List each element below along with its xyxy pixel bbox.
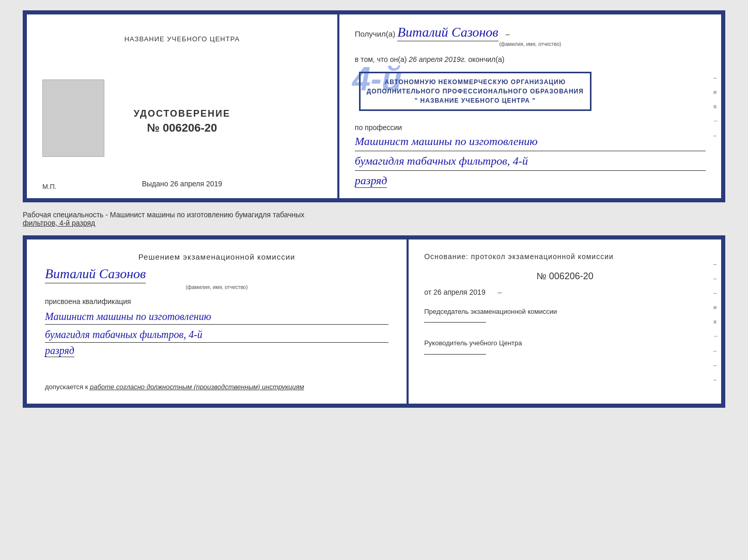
mp-label: М.П. bbox=[42, 183, 56, 190]
rukovoditel-sig-line bbox=[424, 354, 486, 355]
bot-num-prefix: № bbox=[536, 271, 546, 281]
bot-profession-line1: Машинист машины по изготовлению bbox=[45, 309, 388, 325]
osnование-title: Основание: протокол экзаменационной коми… bbox=[424, 252, 706, 261]
chairman-label: Председатель экзаменационной комиссии bbox=[424, 308, 557, 315]
chairman-block: Председатель экзаменационной комиссии bbox=[424, 307, 706, 323]
stamp-block: 4-й АВТОНОМНУЮ НЕКОММЕРЧЕСКУЮ ОРГАНИЗАЦИ… bbox=[355, 68, 706, 115]
issued-line: Выдано 26 апреля 2019 bbox=[142, 180, 223, 188]
center-title: НАЗВАНИЕ УЧЕБНОГО ЦЕНТРА bbox=[124, 35, 240, 43]
razryad: разряд bbox=[355, 174, 387, 188]
resheniem-title: Решением экзаменационной комиссии bbox=[45, 252, 388, 261]
cert-number: № 006206-20 bbox=[147, 121, 217, 135]
big-number-overlay: 4-й bbox=[352, 62, 402, 95]
bot-left-panel: Решением экзаменационной комиссии Витали… bbox=[27, 239, 409, 404]
chairman-sig-line bbox=[424, 322, 486, 323]
okonchil-label: окончил(а) bbox=[468, 55, 504, 63]
ot-prefix: от bbox=[424, 288, 431, 296]
fio-label: (фамилия, имя, отчество) bbox=[355, 41, 706, 47]
cert-right-panel: Получил(а) Виталий Сазонов – (фамилия, и… bbox=[339, 14, 721, 198]
rukovoditel-block: Руководитель учебного Центра bbox=[424, 338, 706, 355]
bot-razryad: разряд bbox=[45, 345, 74, 357]
cert-left-panel: НАЗВАНИЕ УЧЕБНОГО ЦЕНТРА УДОСТОВЕРЕНИЕ №… bbox=[27, 14, 339, 198]
date-value: 26 апреля 2019г. bbox=[409, 55, 466, 63]
received-line: Получил(а) Виталий Сазонов – (фамилия, и… bbox=[355, 25, 706, 47]
profession-line2: бумагидля табачных фильтров, 4-й bbox=[355, 153, 706, 171]
ot-line: от 26 апреля 2019 – bbox=[424, 288, 706, 296]
prisvoena-label: присвоена квалификация bbox=[45, 297, 388, 306]
number-prefix: № bbox=[147, 121, 160, 134]
received-name: Виталий Сазонов bbox=[397, 25, 498, 41]
rukovoditel-label: Руководитель учебного Центра bbox=[424, 339, 522, 347]
bot-fio-label: (фамилия, имя, отчество) bbox=[45, 284, 388, 290]
dopusk-text: работе согласно должностным (производств… bbox=[90, 383, 304, 391]
issued-label: Выдано bbox=[142, 180, 168, 188]
photo-placeholder bbox=[42, 79, 104, 157]
certificate-bottom: Решением экзаменационной комиссии Витали… bbox=[23, 235, 725, 408]
side-chars: – и я ← – bbox=[713, 14, 719, 198]
po-professii: по профессии bbox=[355, 123, 706, 132]
udostoverenie-label: УДОСТОВЕРЕНИЕ bbox=[134, 108, 230, 119]
profession-line1: Машинист машины по изготовлению bbox=[355, 134, 706, 151]
bottom-label: Рабочая специальность - Машинист машины … bbox=[23, 209, 725, 229]
number-value: 006206-20 bbox=[163, 121, 217, 134]
protocol-num: № 006206-20 bbox=[424, 271, 706, 282]
bot-num-value: 006206-20 bbox=[549, 271, 594, 281]
bottom-label-text: Рабочая специальность - Машинист машины … bbox=[23, 211, 304, 219]
dopuskaetsya-line: допускается к работе согласно должностны… bbox=[45, 383, 388, 391]
ot-date: 26 апреля 2019 bbox=[433, 288, 486, 296]
bottom-label-underline: фильтров, 4-й разряд bbox=[23, 219, 95, 227]
cert-number-block: УДОСТОВЕРЕНИЕ № 006206-20 bbox=[134, 84, 230, 159]
bot-profession-line2: бумагидля табачных фильтров, 4-й bbox=[45, 327, 388, 343]
dopusk-prefix: допускается к bbox=[45, 383, 88, 391]
bot-name-block: Виталий Сазонов (фамилия, имя, отчество) bbox=[45, 266, 388, 290]
bot-side-chars: – – – и я ← – – – bbox=[713, 239, 719, 404]
vtom-line: в том, что он(а) 26 апреля 2019г. окончи… bbox=[355, 55, 706, 63]
bot-name: Виталий Сазонов bbox=[45, 266, 146, 283]
poluchil-prefix: Получил(а) bbox=[355, 29, 395, 38]
bot-right-panel: Основание: протокол экзаменационной коми… bbox=[409, 239, 721, 404]
certificate-top: НАЗВАНИЕ УЧЕБНОГО ЦЕНТРА УДОСТОВЕРЕНИЕ №… bbox=[23, 10, 725, 202]
issued-date: 26 апреля 2019 bbox=[170, 180, 222, 188]
